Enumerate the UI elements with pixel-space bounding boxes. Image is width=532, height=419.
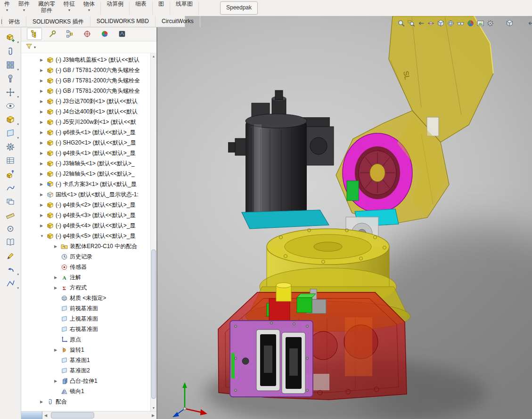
tree-item[interactable]: ▶(-) GB / T5781-2000六角头螺栓全 [21, 75, 151, 86]
ribbon-item-3[interactable]: 藏的零 部件 [34, 0, 59, 16]
expand-arrow-icon[interactable]: ▶ [40, 203, 46, 207]
component-pattern-icon[interactable]: ▾ [2, 59, 19, 71]
tree-item[interactable]: ▶历史记录 [21, 251, 151, 262]
tree-item[interactable]: ▶上视基准面 [21, 314, 151, 324]
design-library-icon[interactable] [2, 236, 19, 249]
scroll-right-icon[interactable]: ▶ [150, 413, 156, 418]
zoom-area-icon[interactable] [407, 19, 415, 27]
robot-model[interactable]: SL [157, 16, 532, 419]
panel-splitter[interactable] [21, 411, 42, 419]
ribbon-item-9[interactable]: 线草图 [172, 0, 197, 16]
edit-appearance-icon[interactable] [466, 19, 475, 27]
expand-arrow-icon[interactable]: ▶ [40, 400, 46, 404]
expand-arrow-icon[interactable]: ▶ [40, 110, 46, 114]
expand-arrow-icon[interactable]: ▶ [40, 130, 46, 135]
tree-item[interactable]: ▶凸台-拉伸1 [21, 376, 151, 386]
display-style-icon[interactable] [446, 19, 455, 27]
expand-arrow-icon[interactable]: ▶ [40, 172, 46, 176]
bill-of-materials-icon[interactable] [2, 154, 19, 167]
expand-arrow-icon[interactable]: ▶ [40, 161, 46, 166]
hole-alignment-icon[interactable] [2, 223, 19, 235]
ribbon-item-5[interactable]: 物体▾ [79, 0, 99, 16]
expand-arrow-icon[interactable]: ▶ [40, 79, 46, 83]
expand-arrow-icon[interactable]: ▶ [40, 224, 46, 228]
expand-arrow-icon[interactable]: ▶ [54, 286, 60, 290]
expand-arrow-icon[interactable]: ▶ [40, 58, 46, 62]
expand-arrow-icon[interactable]: ▶ [40, 182, 46, 186]
smart-fasteners-icon[interactable] [2, 73, 19, 85]
instant3d-icon[interactable] [505, 19, 514, 27]
redo-sketch-icon[interactable]: ▾ [2, 277, 19, 290]
displaymanager-tab[interactable] [98, 28, 112, 40]
tree-item[interactable]: ▶旋转1 [21, 345, 151, 355]
tree-item[interactable]: ▶(-) φ4接头<3> (默认<<默认>_显 [21, 210, 151, 220]
servo-motor[interactable] [228, 90, 334, 229]
tree-item[interactable]: ▶(-) φ6接头<1> (默认<<默认>_显 [21, 127, 151, 137]
viewport-3d[interactable]: SL [157, 16, 532, 419]
undo-icon[interactable]: ▾ [2, 264, 19, 276]
propertymanager-tab[interactable] [45, 28, 59, 40]
tree-item[interactable]: ▶(-) φ4接头<4> (默认<<默认>_显 [21, 220, 151, 231]
tree-item[interactable]: ▶(-) SHG20<1> (默认<<默认>_显 [21, 137, 151, 148]
scroll-thumb[interactable] [151, 250, 156, 399]
expand-arrow-icon[interactable]: ▶ [40, 213, 46, 218]
scroll-up-icon[interactable]: ▲ [152, 53, 156, 59]
hide-show-items-icon[interactable] [456, 19, 465, 27]
ribbon-item-10[interactable]: Speedpak [220, 1, 258, 15]
tree-item[interactable]: ▶(-) J3轴电机盖板<1> (默认<<默认 [21, 55, 151, 65]
tree-item[interactable]: ▶(-) J3台达700剎<1> (默认<<默认 [21, 96, 151, 106]
view-orientation-icon[interactable] [436, 19, 445, 27]
section-view-icon[interactable] [426, 19, 435, 27]
expand-arrow-icon[interactable]: ▶ [40, 151, 46, 155]
zoom-fit-icon[interactable] [397, 19, 405, 27]
tab-5[interactable]: CircuitWorks [156, 16, 200, 27]
expand-arrow-icon[interactable]: ▶ [54, 275, 60, 280]
tree-item[interactable]: ▶传感器 [21, 262, 151, 272]
tree-item[interactable]: ▶基准面1 [21, 355, 151, 365]
ribbon-item-8[interactable]: 图 [154, 0, 168, 16]
expand-arrow-icon[interactable]: ▶ [54, 244, 60, 249]
tree-horizontal-scrollbar[interactable]: ◀ ▶ [21, 411, 156, 419]
component-preview-icon[interactable] [2, 250, 19, 262]
previous-view-icon[interactable] [417, 19, 425, 27]
expand-arrow-icon[interactable]: ▶ [40, 141, 46, 145]
clearance-verification-icon[interactable] [2, 209, 19, 221]
tab-4[interactable]: SOLIDWORKS MBD [90, 16, 156, 27]
pan-icon[interactable] [526, 19, 532, 27]
configurationmanager-tab[interactable] [63, 28, 77, 40]
ribbon-item-6[interactable]: 动算例 [102, 0, 128, 16]
electrical-panel[interactable] [230, 321, 313, 397]
expand-arrow-icon[interactable]: ▶ [54, 379, 60, 383]
expand-arrow-icon[interactable]: ▶ [54, 348, 60, 352]
tree-vertical-scrollbar[interactable]: ▲ ▼ [150, 53, 156, 411]
expand-arrow-icon[interactable]: ▶ [40, 99, 46, 104]
tree-item[interactable]: ▶右视基准面 [21, 324, 151, 334]
ribbon-item-4[interactable]: 特征▾ [59, 0, 79, 16]
tree-item[interactable]: ▶国线<1> (默认<默认_显示状态-1: [21, 189, 151, 200]
expand-arrow-icon[interactable]: ▶ [40, 89, 46, 93]
cam-tab[interactable] [115, 28, 129, 40]
expand-arrow-icon[interactable]: ▶ [40, 68, 46, 73]
ribbon-item-7[interactable]: 细表 [131, 0, 151, 16]
ribbon-item-2[interactable]: 部件▾ [14, 0, 34, 16]
tree-filter-row[interactable]: ▾ [21, 41, 156, 53]
expand-arrow-icon[interactable]: ▶ [40, 120, 46, 124]
reference-geometry-icon[interactable]: ▾ [2, 127, 19, 139]
tree-item[interactable]: ▶原点 [21, 334, 151, 345]
tree-item[interactable]: ▶Σ方程式 [21, 282, 151, 293]
featuremanager-tab[interactable] [27, 28, 42, 40]
scroll-left-icon[interactable]: ◀ [42, 413, 49, 418]
show-hidden-components-icon[interactable] [2, 100, 19, 112]
assembly-features-icon[interactable]: ▾ [2, 113, 19, 126]
green-bracket[interactable] [347, 181, 359, 201]
apply-scene-icon[interactable] [476, 19, 484, 27]
scroll-thumb[interactable] [51, 412, 94, 419]
tree-item[interactable]: ▶(-) GB / T5781-2000六角头螺栓全 [21, 86, 151, 96]
tree-item[interactable]: ▶(-) φ4接头<1> (默认<<默认>_显 [21, 148, 151, 158]
scroll-down-icon[interactable]: ▼ [152, 405, 156, 411]
tree-item[interactable]: ▶(-) 卡爪方案3<1> (默认<默认_显 [21, 179, 151, 189]
tree-item[interactable]: ▶材质 <未指定> [21, 293, 151, 303]
tab-3[interactable]: SOLIDWORKS 插件 [26, 16, 90, 27]
tree-item[interactable]: ▼(-) φ4接头<5> (默认<<默认>_显 [21, 231, 151, 241]
explode-line-sketch-icon[interactable] [2, 182, 19, 194]
